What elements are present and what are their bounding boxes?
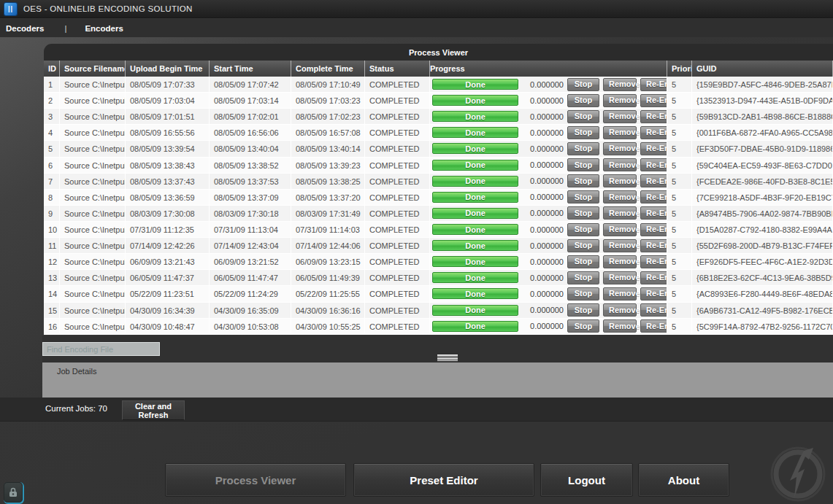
remove-button[interactable]: Remove bbox=[603, 255, 637, 268]
nav-logout-button[interactable]: Logout bbox=[540, 463, 633, 497]
cell-source: Source C:\Inetpub\ bbox=[60, 158, 126, 174]
cell-complete: 08/05/09 17:02:23 bbox=[291, 109, 365, 125]
cell-id: 7 bbox=[44, 174, 60, 190]
menu-item-decoders[interactable]: Decoders bbox=[6, 24, 44, 33]
progress-bar-label: Done bbox=[465, 206, 485, 222]
re-encode-button[interactable]: Re-Enc bbox=[640, 142, 667, 155]
column-header-guid[interactable]: GUID bbox=[692, 61, 833, 77]
cell-status: COMPLETED bbox=[365, 93, 430, 109]
column-header-source-filename[interactable]: Source Filename bbox=[60, 61, 126, 77]
stop-button[interactable]: Stop bbox=[567, 303, 599, 317]
table-row[interactable]: 12Source C:\Inetpub\06/09/09 13:21:4306/… bbox=[44, 254, 833, 270]
nav-process-viewer-button[interactable]: Process Viewer bbox=[165, 463, 346, 497]
remove-button[interactable]: Remove bbox=[603, 319, 637, 333]
splitter-handle[interactable] bbox=[437, 354, 458, 361]
progress-bar-label: Done bbox=[465, 222, 485, 238]
table-row[interactable]: 15Source C:\Inetpub\04/30/09 16:34:3904/… bbox=[44, 303, 833, 319]
remove-button[interactable]: Remove bbox=[603, 142, 637, 155]
table-row[interactable]: 6Source C:\Inetpub\08/05/09 13:38:4308/0… bbox=[44, 158, 833, 174]
remove-button[interactable]: Remove bbox=[603, 78, 637, 91]
find-encoding-file-input[interactable] bbox=[42, 342, 160, 356]
column-header-start-time[interactable]: Start Time bbox=[210, 61, 291, 77]
re-encode-button[interactable]: Re-Enc bbox=[640, 78, 667, 91]
column-header-status[interactable]: Status bbox=[365, 61, 430, 77]
table-row[interactable]: 14Source C:\Inetpub\05/22/09 11:23:5105/… bbox=[44, 286, 833, 302]
nav-preset-editor-button[interactable]: Preset Editor bbox=[353, 463, 534, 497]
cell-start: 07/31/09 11:13:04 bbox=[210, 222, 291, 238]
table-row[interactable]: 5Source C:\Inetpub\08/05/09 13:39:5408/0… bbox=[44, 141, 833, 157]
cell-guid: {EF926DF5-FEEC-4F6C-A1E2-92D3DB3D5A9 bbox=[692, 254, 833, 270]
re-encode-button[interactable]: Re-Enc bbox=[640, 158, 667, 171]
remove-button[interactable]: Remove bbox=[603, 174, 637, 187]
cell-id: 3 bbox=[44, 109, 60, 125]
re-encode-button[interactable]: Re-Enc bbox=[640, 255, 667, 268]
cell-progress: Done0.000000StopRemoveRe-Enc bbox=[430, 319, 667, 335]
stop-button[interactable]: Stop bbox=[567, 206, 599, 220]
remove-button[interactable]: Remove bbox=[603, 239, 637, 252]
re-encode-button[interactable]: Re-Enc bbox=[640, 287, 667, 301]
table-row[interactable]: 13Source C:\Inetpub\06/05/09 11:47:3706/… bbox=[44, 270, 833, 286]
stop-button[interactable]: Stop bbox=[567, 126, 599, 139]
remove-button[interactable]: Remove bbox=[603, 271, 637, 284]
stop-button[interactable]: Stop bbox=[567, 174, 599, 187]
re-encode-button[interactable]: Re-Enc bbox=[640, 239, 667, 252]
table-row[interactable]: 2Source C:\Inetpub\08/05/09 17:03:0408/0… bbox=[44, 93, 833, 109]
table-row[interactable]: 8Source C:\Inetpub\08/05/09 13:36:5908/0… bbox=[44, 190, 833, 206]
stop-button[interactable]: Stop bbox=[567, 287, 599, 301]
column-header-complete-time[interactable]: Complete Time bbox=[291, 61, 365, 77]
remove-button[interactable]: Remove bbox=[603, 223, 637, 236]
cell-complete: 04/30/09 16:36:16 bbox=[291, 303, 365, 319]
stop-button[interactable]: Stop bbox=[567, 271, 599, 284]
stop-button[interactable]: Stop bbox=[567, 142, 599, 155]
stop-button[interactable]: Stop bbox=[567, 110, 599, 123]
column-header-progress[interactable]: Progress bbox=[430, 61, 667, 77]
table-row[interactable]: 4Source C:\Inetpub\08/05/09 16:55:5608/0… bbox=[44, 125, 833, 141]
re-encode-button[interactable]: Re-Enc bbox=[640, 271, 667, 284]
re-encode-button[interactable]: Re-Enc bbox=[640, 174, 667, 187]
column-header-upload-begin-time[interactable]: Upload Begin Time bbox=[126, 61, 210, 77]
stop-button[interactable]: Stop bbox=[567, 255, 599, 268]
nav-about-button[interactable]: About bbox=[638, 463, 729, 497]
table-row[interactable]: 7Source C:\Inetpub\08/05/09 13:37:4308/0… bbox=[44, 174, 833, 190]
table-row[interactable]: 16Source C:\Inetpub\04/30/09 10:48:4704/… bbox=[44, 319, 833, 335]
re-encode-button[interactable]: Re-Enc bbox=[640, 190, 667, 203]
column-header-id[interactable]: ID bbox=[44, 61, 60, 77]
re-encode-button[interactable]: Re-Enc bbox=[640, 126, 667, 139]
lock-tray-button[interactable] bbox=[4, 482, 23, 503]
remove-button[interactable]: Remove bbox=[603, 303, 637, 317]
table-row[interactable]: 10Source C:\Inetpub\07/31/09 11:12:3507/… bbox=[44, 222, 833, 238]
stop-button[interactable]: Stop bbox=[567, 239, 599, 252]
re-encode-button[interactable]: Re-Enc bbox=[640, 206, 667, 220]
re-encode-button[interactable]: Re-Enc bbox=[640, 319, 667, 333]
column-header-priority[interactable]: Priority bbox=[667, 61, 692, 77]
cell-progress: Done0.000000StopRemoveRe-Enc bbox=[430, 93, 667, 109]
clear-and-refresh-button[interactable]: Clear and Refresh bbox=[122, 400, 185, 420]
table-row[interactable]: 9Source C:\Inetpub\08/03/09 17:30:0808/0… bbox=[44, 206, 833, 222]
table-row[interactable]: 1Source C:\Inetpub\08/05/09 17:07:3308/0… bbox=[44, 77, 833, 93]
remove-button[interactable]: Remove bbox=[603, 110, 637, 123]
remove-button[interactable]: Remove bbox=[603, 126, 637, 139]
remove-button[interactable]: Remove bbox=[603, 94, 637, 107]
table-row[interactable]: 3Source C:\Inetpub\08/05/09 17:01:5108/0… bbox=[44, 109, 833, 125]
table-row[interactable]: 11Source C:\Inetpub\07/14/09 12:42:2607/… bbox=[44, 238, 833, 254]
cell-start: 08/05/09 17:03:14 bbox=[210, 93, 291, 109]
menu-item-encoders[interactable]: Encoders bbox=[85, 24, 123, 33]
remove-button[interactable]: Remove bbox=[603, 287, 637, 301]
re-encode-button[interactable]: Re-Enc bbox=[640, 303, 667, 317]
re-encode-button[interactable]: Re-Enc bbox=[640, 110, 667, 123]
remove-button[interactable]: Remove bbox=[603, 158, 637, 171]
progress-bar-label: Done bbox=[465, 270, 485, 286]
stop-button[interactable]: Stop bbox=[567, 158, 599, 171]
cell-progress: Done0.000000StopRemoveRe-Enc bbox=[430, 141, 667, 157]
stop-button[interactable]: Stop bbox=[567, 78, 599, 91]
stop-button[interactable]: Stop bbox=[567, 319, 599, 333]
re-encode-button[interactable]: Re-Enc bbox=[640, 223, 667, 236]
lock-icon bbox=[9, 487, 18, 497]
stop-button[interactable]: Stop bbox=[567, 190, 599, 203]
remove-button[interactable]: Remove bbox=[603, 206, 637, 220]
stop-button[interactable]: Stop bbox=[567, 94, 599, 107]
progress-bar: Done bbox=[432, 272, 518, 283]
remove-button[interactable]: Remove bbox=[603, 190, 637, 203]
re-encode-button[interactable]: Re-Enc bbox=[640, 94, 667, 107]
stop-button[interactable]: Stop bbox=[567, 223, 599, 236]
